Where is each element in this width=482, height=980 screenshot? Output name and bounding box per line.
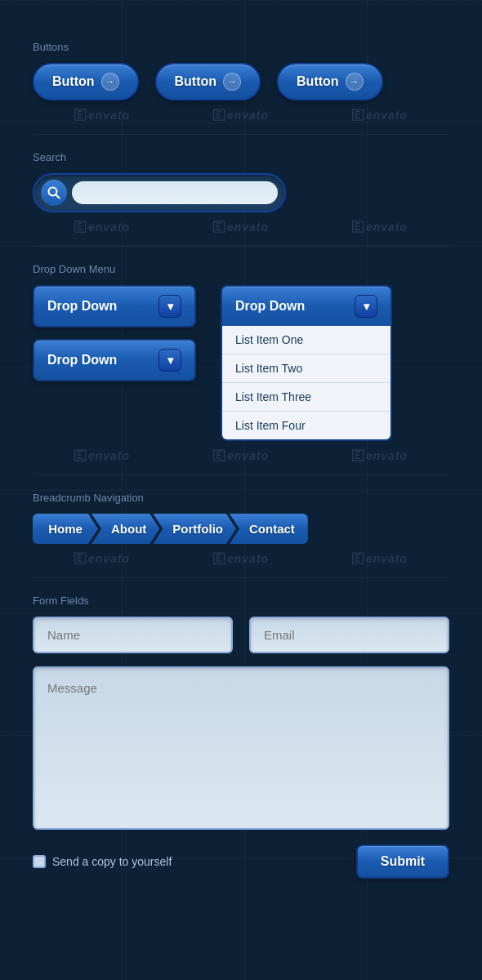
watermark-8: envato bbox=[213, 449, 269, 462]
button-1-label: Button bbox=[52, 74, 95, 89]
list-item-1[interactable]: List Item One bbox=[222, 326, 391, 354]
breadcrumb-item-portfolio[interactable]: Portfolio bbox=[153, 514, 236, 544]
copy-checkbox[interactable] bbox=[33, 855, 46, 868]
list-item-3[interactable]: List Item Three bbox=[222, 383, 391, 412]
dropdown-section: Drop Down Menu Drop Down ▾ Drop Down ▾ D… bbox=[33, 263, 449, 441]
dropdown-btn-1-label: Drop Down bbox=[47, 299, 117, 314]
dropdown-chevron-1-icon: ▾ bbox=[158, 295, 181, 318]
watermark-2: envato bbox=[213, 109, 269, 122]
button-3-label: Button bbox=[297, 74, 339, 89]
form-row-1 bbox=[33, 617, 449, 653]
button-2[interactable]: Button → bbox=[155, 63, 261, 100]
dropdown-open-btn[interactable]: Drop Down ▾ bbox=[221, 285, 392, 326]
breadcrumb-item-home[interactable]: Home bbox=[33, 514, 98, 544]
dropdown-chevron-2-icon: ▾ bbox=[158, 349, 181, 372]
list-item-2[interactable]: List Item Two bbox=[222, 354, 391, 383]
dropdown-btn-2[interactable]: Drop Down ▾ bbox=[33, 339, 196, 381]
watermark-7: envato bbox=[74, 449, 130, 462]
breadcrumb-nav: Home About Portfolio Contact bbox=[33, 514, 449, 544]
dropdown-label: Drop Down Menu bbox=[33, 263, 449, 275]
watermark-row-3: envato envato envato bbox=[33, 449, 449, 462]
button-2-label: Button bbox=[175, 74, 217, 89]
form-label: Form Fields bbox=[33, 595, 449, 607]
search-icon bbox=[47, 186, 60, 199]
watermark-row-2: envato envato envato bbox=[33, 220, 449, 234]
watermark-12: envato bbox=[352, 552, 408, 565]
form-footer: Send a copy to yourself Submit bbox=[33, 844, 449, 879]
watermark-1: envato bbox=[74, 109, 130, 122]
svg-line-1 bbox=[56, 195, 60, 198]
form-section: Form Fields Send a copy to yourself Subm… bbox=[33, 595, 449, 879]
button-3[interactable]: Button → bbox=[277, 63, 383, 100]
email-input[interactable] bbox=[249, 617, 449, 653]
watermark-6: envato bbox=[352, 220, 408, 234]
search-section: Search bbox=[33, 151, 449, 212]
watermark-4: envato bbox=[74, 220, 130, 234]
dropdown-open-label: Drop Down bbox=[235, 299, 305, 314]
message-textarea[interactable] bbox=[33, 666, 449, 830]
checkbox-wrap: Send a copy to yourself bbox=[33, 855, 172, 868]
watermark-3: envato bbox=[352, 109, 408, 122]
dropdown-chevron-3-icon: ▾ bbox=[355, 295, 377, 318]
dropdown-left-col: Drop Down ▾ Drop Down ▾ bbox=[33, 285, 196, 381]
buttons-label: Buttons bbox=[33, 41, 449, 53]
watermark-9: envato bbox=[352, 449, 408, 462]
watermark-5: envato bbox=[213, 220, 269, 234]
dropdown-grid: Drop Down ▾ Drop Down ▾ Drop Down ▾ List… bbox=[33, 285, 449, 441]
watermark-11: envato bbox=[213, 552, 269, 565]
breadcrumb-item-contact[interactable]: Contact bbox=[230, 514, 308, 544]
button-1-arrow-icon: → bbox=[101, 73, 119, 91]
checkbox-label: Send a copy to yourself bbox=[52, 855, 172, 868]
dropdown-btn-2-label: Drop Down bbox=[47, 353, 117, 368]
search-bar bbox=[33, 173, 286, 212]
submit-button[interactable]: Submit bbox=[356, 844, 449, 879]
buttons-row: Button → Button → Button → bbox=[33, 63, 449, 100]
search-input[interactable] bbox=[72, 181, 278, 204]
button-3-arrow-icon: → bbox=[346, 73, 364, 91]
watermark-row-1: envato envato envato bbox=[33, 109, 449, 122]
watermark-row-4: envato envato envato bbox=[33, 552, 449, 565]
breadcrumb-item-about[interactable]: About bbox=[91, 514, 159, 544]
dropdown-btn-1[interactable]: Drop Down ▾ bbox=[33, 285, 196, 327]
button-1[interactable]: Button → bbox=[33, 63, 139, 100]
search-label: Search bbox=[33, 151, 449, 163]
button-2-arrow-icon: → bbox=[223, 73, 241, 91]
name-input[interactable] bbox=[33, 617, 233, 653]
search-icon-wrap bbox=[41, 180, 67, 206]
breadcrumb-section: Breadcrumb Navigation Home About Portfol… bbox=[33, 492, 449, 544]
dropdown-list: List Item One List Item Two List Item Th… bbox=[221, 326, 392, 441]
breadcrumb-label: Breadcrumb Navigation bbox=[33, 492, 449, 504]
watermark-10: envato bbox=[74, 552, 130, 565]
list-item-4[interactable]: List Item Four bbox=[222, 412, 391, 439]
dropdown-open: Drop Down ▾ List Item One List Item Two … bbox=[221, 285, 392, 441]
